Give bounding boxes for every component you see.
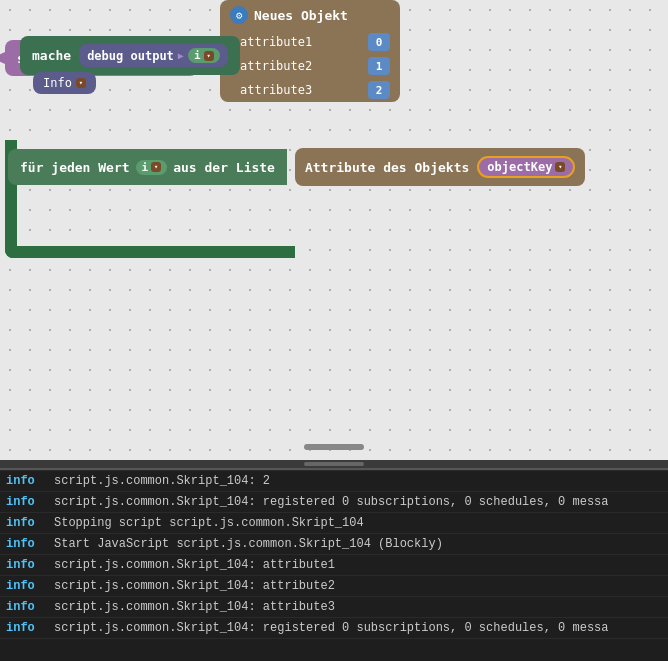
i-mache-dropdown[interactable]: ▾ bbox=[204, 51, 214, 61]
objectkey-outline-pill[interactable]: objectKey ▾ bbox=[477, 156, 575, 178]
console-line-1: infoscript.js.common.Skript_104: registe… bbox=[0, 492, 668, 513]
console-text-3: Start JavaScript script.js.common.Skript… bbox=[54, 535, 443, 553]
attribute-des-label: Attribute des Objekts bbox=[305, 160, 469, 175]
console-line-4: infoscript.js.common.Skript_104: attribu… bbox=[0, 555, 668, 576]
attr2-label: attribute2 bbox=[240, 59, 312, 73]
mache-block[interactable]: mache debug output ▶ i ▾ bbox=[20, 36, 240, 75]
console-line-5: infoscript.js.common.Skript_104: attribu… bbox=[0, 576, 668, 597]
i-var-pill[interactable]: i ▾ bbox=[136, 160, 168, 175]
i-dropdown-icon[interactable]: ▾ bbox=[151, 162, 161, 172]
canvas-scrollbar[interactable] bbox=[304, 444, 364, 450]
console-line-3: infoStart JavaScript script.js.common.Sk… bbox=[0, 534, 668, 555]
console-text-0: script.js.common.Skript_104: 2 bbox=[54, 472, 270, 490]
i-label: i bbox=[142, 161, 149, 174]
objectkey-outline-dropdown[interactable]: ▾ bbox=[555, 162, 565, 172]
console-label-0: info bbox=[6, 472, 46, 490]
console-label-6: info bbox=[6, 598, 46, 616]
console-text-4: script.js.common.Skript_104: attribute1 bbox=[54, 556, 335, 574]
attr1-label: attribute1 bbox=[240, 35, 312, 49]
info-dropdown-icon[interactable]: ▾ bbox=[76, 78, 86, 88]
neues-objekt-block[interactable]: ⚙ Neues Objekt attribute1 0 attribute2 1… bbox=[220, 0, 400, 102]
i-var-pill-mache[interactable]: i ▾ bbox=[188, 48, 220, 63]
attr3-label: attribute3 bbox=[240, 83, 312, 97]
console-line-7: infoscript.js.common.Skript_104: registe… bbox=[0, 618, 668, 639]
console-label-2: info bbox=[6, 514, 46, 532]
attr3-value[interactable]: 2 bbox=[368, 81, 390, 99]
attribute-row-2: attribute2 1 bbox=[220, 54, 400, 78]
fuer-jeden-row[interactable]: für jeden Wert i ▾ aus der Liste Attribu… bbox=[8, 148, 585, 186]
console-text-1: script.js.common.Skript_104: registered … bbox=[54, 493, 609, 511]
attr1-value[interactable]: 0 bbox=[368, 33, 390, 51]
console-line-6: infoscript.js.common.Skript_104: attribu… bbox=[0, 597, 668, 618]
console-area: infoscript.js.common.Skript_104: 2infosc… bbox=[0, 468, 668, 661]
attr2-value[interactable]: 1 bbox=[368, 57, 390, 75]
fuer-jeden-label2: aus der Liste bbox=[173, 160, 275, 175]
console-line-2: infoStopping script script.js.common.Skr… bbox=[0, 513, 668, 534]
attribute-row-3: attribute3 2 bbox=[220, 78, 400, 102]
debug-output-label: debug output bbox=[87, 49, 174, 63]
console-label-3: info bbox=[6, 535, 46, 553]
console-text-6: script.js.common.Skript_104: attribute3 bbox=[54, 598, 335, 616]
blockly-canvas[interactable]: ⚙ Neues Objekt attribute1 0 attribute2 1… bbox=[0, 0, 668, 460]
console-label-1: info bbox=[6, 493, 46, 511]
neues-objekt-header: ⚙ Neues Objekt bbox=[220, 0, 400, 30]
info-dropdown-pill[interactable]: Info ▾ bbox=[33, 72, 96, 94]
neues-objekt-title: Neues Objekt bbox=[254, 8, 348, 23]
fuer-jeden-block[interactable]: für jeden Wert i ▾ aus der Liste bbox=[8, 149, 287, 185]
console-label-4: info bbox=[6, 556, 46, 574]
info-label: Info bbox=[43, 76, 72, 90]
scrollbar-divider bbox=[0, 460, 668, 468]
fuer-jeden-label1: für jeden Wert bbox=[20, 160, 130, 175]
console-line-0: infoscript.js.common.Skript_104: 2 bbox=[0, 470, 668, 492]
attribute-des-objekts-block[interactable]: Attribute des Objekts objectKey ▾ bbox=[295, 148, 585, 186]
debug-output-pill[interactable]: debug output ▶ i ▾ bbox=[79, 44, 227, 67]
console-label-5: info bbox=[6, 577, 46, 595]
objectkey-outline-label: objectKey bbox=[487, 160, 552, 174]
console-label-7: info bbox=[6, 619, 46, 637]
console-text-5: script.js.common.Skript_104: attribute2 bbox=[54, 577, 335, 595]
i-mache-label: i bbox=[194, 49, 201, 62]
scrollbar-thumb[interactable] bbox=[304, 462, 364, 466]
gear-icon: ⚙ bbox=[230, 6, 248, 24]
attribute-row-1: attribute1 0 bbox=[220, 30, 400, 54]
console-text-2: Stopping script script.js.common.Skript_… bbox=[54, 514, 364, 532]
console-text-7: script.js.common.Skript_104: registered … bbox=[54, 619, 609, 637]
triangle-icon: ▶ bbox=[178, 50, 184, 61]
mache-label: mache bbox=[32, 48, 71, 63]
